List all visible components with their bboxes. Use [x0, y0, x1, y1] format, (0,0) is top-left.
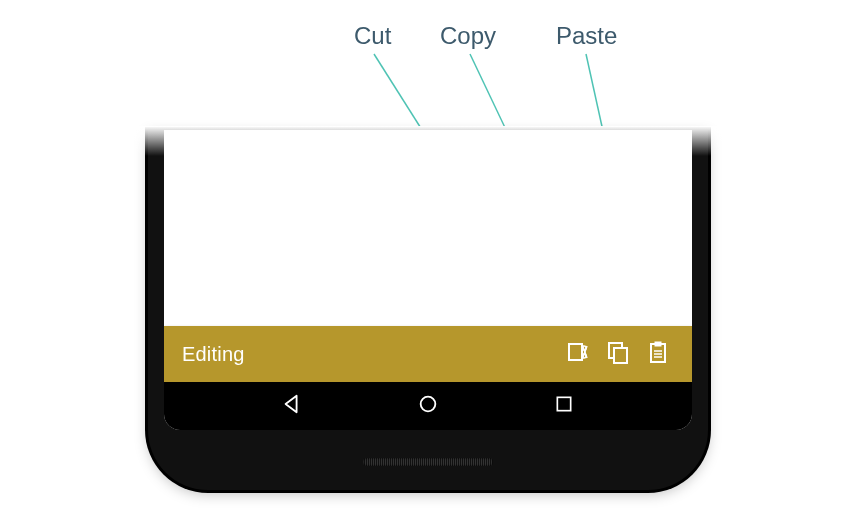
paste-button[interactable] — [638, 334, 678, 374]
app-content-area — [164, 130, 692, 326]
android-nav-bar — [164, 382, 692, 430]
copy-button[interactable] — [598, 334, 638, 374]
nav-home-button[interactable] — [398, 386, 458, 426]
phone-speaker-grille — [363, 458, 493, 466]
copy-icon — [606, 340, 630, 368]
cut-icon — [566, 340, 590, 368]
svg-rect-3 — [569, 344, 582, 360]
svg-rect-9 — [614, 348, 627, 363]
phone-screen: Editing — [164, 130, 692, 430]
back-icon — [281, 393, 303, 419]
app-bar-title: Editing — [182, 343, 558, 366]
cut-button[interactable] — [558, 334, 598, 374]
app-action-bar: Editing — [164, 326, 692, 382]
paste-icon — [646, 340, 670, 368]
nav-recents-button[interactable] — [534, 386, 594, 426]
nav-back-button[interactable] — [262, 386, 322, 426]
label-copy: Copy — [440, 22, 496, 50]
recents-icon — [554, 394, 574, 418]
phone-frame: Editing — [148, 130, 708, 490]
label-paste: Paste — [556, 22, 617, 50]
phone-screen-container: Editing — [164, 130, 692, 430]
svg-rect-16 — [557, 397, 570, 410]
svg-point-15 — [421, 397, 436, 412]
svg-rect-10 — [651, 344, 665, 362]
home-icon — [417, 393, 439, 419]
label-cut: Cut — [354, 22, 391, 50]
svg-rect-11 — [655, 342, 661, 346]
